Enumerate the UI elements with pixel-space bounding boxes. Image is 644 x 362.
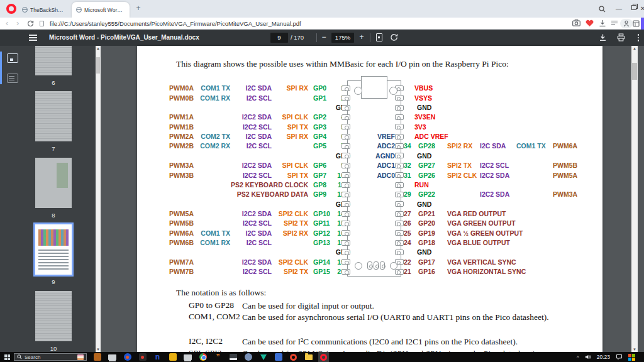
chip-pin-pad [341, 240, 350, 246]
pdf-menu-icon[interactable] [29, 35, 37, 41]
pin-row-left: PWM2BCOM2 RXI2C SCLGP57 [150, 141, 357, 151]
download-icon[interactable] [599, 33, 608, 41]
diagram-inner-labels: VREFADC2AGNDADC1ADC0 [348, 84, 395, 277]
i2c-label: I2C SDA [230, 133, 272, 140]
reload-button[interactable] [27, 20, 36, 28]
zoom-level-input[interactable]: 175% [331, 33, 354, 43]
pin-row-left: PWM5BI2C2 SCLSPI2 TXGP1115 [150, 219, 357, 228]
thumbnail-page-number: 8 [35, 212, 72, 219]
power-label: RUN [414, 182, 429, 189]
back-button[interactable]: ‹ [6, 18, 8, 30]
snapshot-camera-icon[interactable] [572, 19, 581, 28]
thumbnail-page-number: 10 [35, 345, 72, 352]
chip-pin-pad [395, 134, 404, 140]
adc-label: AGND [375, 153, 395, 160]
tab-label: Microsoft Word - PicoMit [84, 7, 125, 13]
volume-icon[interactable] [585, 354, 591, 360]
rotate-icon[interactable] [390, 33, 399, 41]
start-button[interactable] [0, 352, 14, 362]
app-download-manager-icon[interactable] [259, 353, 267, 361]
app-red-ring-icon[interactable] [289, 353, 297, 361]
power-label: 3V3 [414, 124, 426, 131]
pin-number: 29 [404, 191, 414, 198]
new-tab-button[interactable]: + [133, 4, 143, 14]
app-explorer-icon[interactable] [304, 353, 313, 361]
pin-row-right: 29GP22I2C2 SDAPWM3A [404, 190, 602, 199]
app-quotes-icon[interactable]: ” [214, 353, 222, 361]
chip-inner-row: ADC1 [348, 161, 395, 170]
downloads-icon[interactable] [599, 19, 608, 28]
print-icon[interactable] [617, 33, 626, 41]
pwm-label: PWM1A [150, 114, 194, 121]
opera-logo-icon[interactable] [6, 4, 16, 14]
app-notepad-icon[interactable]: n [153, 353, 162, 361]
window-close-button[interactable]: ✕ [637, 4, 644, 14]
adc-label: ADC1 [377, 162, 395, 169]
gnd-label: GND [150, 153, 357, 160]
window-search-icon[interactable] [596, 4, 608, 14]
globe-favicon-icon [76, 7, 82, 13]
pin-number: 24 [404, 239, 414, 246]
pwm-label: PWM3B [150, 172, 194, 179]
pin-number: 31 [404, 172, 414, 179]
notification-icon[interactable] [616, 354, 623, 360]
window-restore-button[interactable] [626, 4, 637, 14]
main-scrollbar[interactable]: ▲ ▼ [631, 46, 638, 352]
chip-pin-pad [341, 211, 350, 217]
sidebar-scrollbar-thumb[interactable] [96, 57, 100, 74]
zoom-out-button[interactable]: − [319, 30, 328, 46]
main-scrollbar-thumb[interactable] [632, 63, 637, 80]
pin-row-left: GND [150, 103, 357, 112]
chip-pin-pad [341, 134, 350, 140]
profile-button[interactable] [620, 19, 633, 28]
reading-list-icon[interactable] [611, 19, 619, 28]
zoom-in-button[interactable]: + [357, 30, 366, 46]
spi-label: SPI2 TX [447, 162, 476, 169]
gpio-label: GP17 [418, 259, 443, 266]
forward-button[interactable]: › [16, 18, 19, 30]
app-blue-orange-icon[interactable] [123, 353, 131, 361]
page-info-icon[interactable] [40, 21, 44, 26]
browser-tab-pdf[interactable]: Microsoft Word - PicoMit [72, 2, 130, 18]
page-thumbnail-7[interactable] [35, 91, 72, 141]
app-tile-icon[interactable] [93, 353, 101, 361]
outline-view-button[interactable] [7, 74, 18, 83]
app-globe-icon[interactable] [244, 353, 252, 361]
debug-hole [355, 262, 362, 270]
chip-inner-row [348, 190, 395, 199]
i2c-label: I2C2 SCL [230, 172, 272, 179]
clock[interactable]: 20:23 [597, 354, 610, 360]
page-thumbnail-9[interactable] [35, 224, 72, 275]
debug-pin-slot [380, 261, 385, 270]
app-tv-icon[interactable] [229, 353, 237, 361]
app-recorder-icon[interactable] [138, 353, 147, 361]
browser-tab-backshed[interactable]: TheBackShed.com - Forum [18, 3, 70, 16]
app-blue-square-icon[interactable] [274, 353, 282, 361]
page-thumbnail-10[interactable] [35, 291, 72, 341]
page-thumbnail-8[interactable] [35, 158, 72, 208]
hidden-icons-chevron[interactable]: ^ [577, 354, 579, 360]
pwm-label: PWM3A [150, 162, 194, 169]
more-options-kebab-icon[interactable] [634, 33, 643, 42]
page-number-input[interactable]: 9 [270, 33, 288, 43]
app-chrome-icon[interactable] [199, 353, 207, 361]
gpio-label: GP2 [308, 114, 336, 121]
app-display-2-icon[interactable] [184, 353, 192, 361]
pwm-label: PWM3A [553, 191, 577, 198]
fit-to-page-icon[interactable] [376, 33, 382, 41]
app-opera-icon[interactable] [319, 353, 328, 361]
spi-label: SPI2 CLK [272, 259, 308, 266]
window-minimize-button[interactable]: — [613, 4, 625, 14]
thumbnails-view-button[interactable] [7, 53, 18, 63]
taskbar-search-box[interactable]: Search [14, 353, 87, 361]
bookmark-heart-icon[interactable] [586, 19, 594, 28]
app-display-icon[interactable] [108, 353, 116, 361]
pin-row-left: PWM0BCOM1 RXI2C SCLGP12 [150, 93, 357, 102]
extension-cube-icon[interactable] [633, 20, 641, 28]
app-yellow-icon[interactable] [169, 353, 177, 361]
url-text[interactable]: file:///C:/Users/stanley555/Documents/Pi… [50, 18, 301, 30]
usb-connector [361, 76, 387, 99]
widgets-grid-icon[interactable] [628, 354, 635, 361]
sidebar-scrollbar[interactable]: ▲ ▼ [96, 46, 101, 352]
page-thumbnail-6[interactable] [35, 46, 72, 75]
